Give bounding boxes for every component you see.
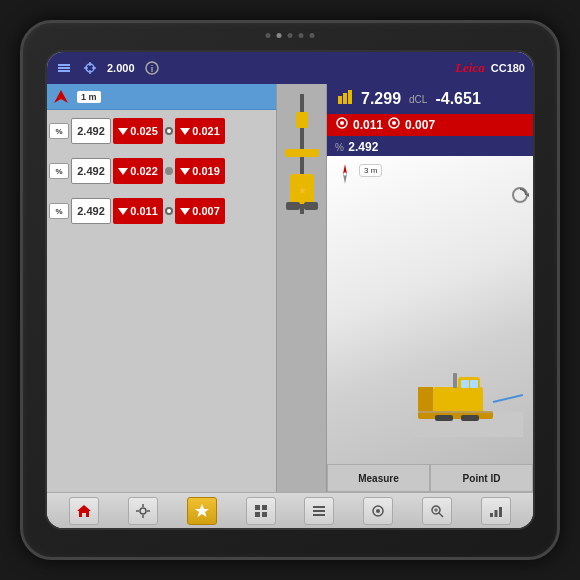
- right-panel: 7.299 dCL -4.651 0.011: [327, 84, 533, 492]
- svg-marker-47: [195, 504, 209, 517]
- svg-rect-53: [313, 510, 325, 512]
- header-dist-value: 2.000: [107, 62, 135, 74]
- layers-toolbar-button[interactable]: [304, 497, 334, 525]
- svg-rect-0: [58, 64, 70, 66]
- svg-rect-35: [453, 373, 457, 388]
- table-row: % 2.492 0.011: [49, 192, 274, 230]
- bezel-dot-1: [266, 33, 271, 38]
- right-val-3: 0.007: [192, 205, 220, 217]
- model-text: CC180: [491, 62, 525, 74]
- svg-rect-37: [435, 415, 453, 421]
- svg-rect-54: [313, 514, 325, 516]
- target-icon-2: [387, 116, 401, 134]
- star-button[interactable]: [187, 497, 217, 525]
- svg-marker-36: [418, 387, 433, 411]
- home-button[interactable]: [69, 497, 99, 525]
- svg-rect-16: [296, 112, 308, 128]
- svg-rect-52: [313, 506, 325, 508]
- pct-value-right: 2.492: [348, 140, 378, 154]
- svg-rect-19: [343, 93, 347, 104]
- header-brand: Leica CC180: [455, 60, 525, 76]
- svg-marker-26: [343, 174, 347, 184]
- signal-button[interactable]: [481, 497, 511, 525]
- svg-rect-12: [285, 149, 319, 157]
- triangle-down-2: [118, 168, 128, 175]
- point-id-button[interactable]: Point ID: [430, 464, 533, 492]
- crosshair-icon[interactable]: [81, 59, 99, 77]
- dCL-value: 7.299: [361, 90, 401, 108]
- svg-rect-62: [494, 510, 497, 517]
- info-pct-row: % 2.492: [327, 136, 533, 156]
- map-view: 3 m: [327, 156, 533, 492]
- header-left: 2.000 i: [55, 59, 161, 77]
- leica-logo: Leica: [455, 60, 485, 76]
- layers-icon[interactable]: [55, 59, 73, 77]
- bezel-dot-4: [310, 33, 315, 38]
- left-val-2: 0.022: [130, 165, 158, 177]
- svg-marker-25: [343, 164, 347, 174]
- table-row: % 2.492 0.022: [49, 152, 274, 190]
- left-red-box-1: 0.025: [113, 118, 163, 144]
- left-val-3: 0.011: [130, 205, 158, 217]
- right-val-2: 0.019: [192, 165, 220, 177]
- info-icon[interactable]: i: [143, 59, 161, 77]
- zoom-button[interactable]: [422, 497, 452, 525]
- grid-button[interactable]: [246, 497, 276, 525]
- top-bezel: [266, 33, 315, 38]
- center-column: ★: [277, 84, 327, 492]
- triangle-down-r2: [180, 168, 190, 175]
- svg-rect-51: [262, 512, 267, 517]
- tools-button[interactable]: [128, 497, 158, 525]
- bezel-dot-3: [299, 33, 304, 38]
- svg-rect-33: [461, 380, 469, 388]
- dot-2: [165, 167, 173, 175]
- triangle-down-r3: [180, 208, 190, 215]
- svg-text:★: ★: [297, 185, 306, 196]
- main-value-2: 2.492: [71, 158, 111, 184]
- dCL-label: dCL: [409, 94, 427, 105]
- dist-label: 1 m: [77, 91, 101, 103]
- data-rows: % 2.492 0.025: [47, 110, 276, 492]
- map-dist-label: 3 m: [359, 164, 382, 177]
- target-icon: [335, 116, 349, 134]
- left-top-bar: 1 m: [47, 84, 276, 110]
- triangle-down-3: [118, 208, 128, 215]
- svg-point-42: [140, 508, 146, 514]
- triangle-down-1: [118, 128, 128, 135]
- svg-rect-50: [255, 512, 260, 517]
- header-bar: 2.000 i Leica CC180: [47, 52, 533, 84]
- camera-button[interactable]: [363, 497, 393, 525]
- bezel-camera: [277, 33, 282, 38]
- svg-rect-61: [490, 513, 493, 517]
- pct-label-right: %: [335, 142, 344, 153]
- machine-icon: [335, 88, 353, 110]
- svg-rect-14: [286, 202, 300, 210]
- bezel-dot-2: [288, 33, 293, 38]
- right-red-box-2: 0.019: [175, 158, 225, 184]
- svg-rect-48: [255, 505, 260, 510]
- right-info-bar: 7.299 dCL -4.651: [327, 84, 533, 114]
- measure-button[interactable]: Measure: [327, 464, 430, 492]
- svg-line-58: [439, 513, 443, 517]
- svg-rect-15: [304, 202, 318, 210]
- table-row: % 2.492 0.025: [49, 112, 274, 150]
- svg-point-22: [340, 121, 344, 125]
- svg-line-40: [493, 395, 523, 402]
- right-red-box-3: 0.007: [175, 198, 225, 224]
- main-value-1: 2.492: [71, 118, 111, 144]
- screen: 2.000 i Leica CC180: [47, 52, 533, 528]
- left-red-box-3: 0.011: [113, 198, 163, 224]
- dot-1: [165, 127, 173, 135]
- main-value-3: 2.492: [71, 198, 111, 224]
- bottom-toolbar: [47, 492, 533, 528]
- info-row-red: 0.011 0.007: [327, 114, 533, 136]
- compass-icon: [335, 164, 355, 184]
- left-val-1: 0.025: [130, 125, 158, 137]
- rotate-control[interactable]: [511, 186, 529, 208]
- pct-badge-3: %: [49, 203, 69, 219]
- svg-rect-38: [461, 415, 479, 421]
- svg-marker-41: [77, 505, 91, 517]
- svg-rect-63: [499, 507, 502, 517]
- right-red-box-1: 0.021: [175, 118, 225, 144]
- action-buttons: Measure Point ID: [327, 464, 533, 492]
